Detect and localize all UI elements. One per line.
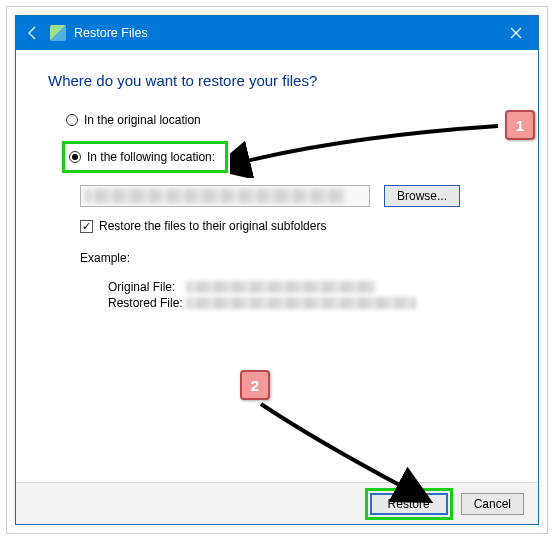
annotation-step-1: 1 — [505, 110, 535, 140]
example-grid: Original File: Restored File: — [108, 279, 506, 311]
option-following-label: In the following location: — [87, 150, 215, 164]
dialog-content: Where do you want to restore your files?… — [16, 50, 538, 482]
subfolders-option[interactable]: ✓ Restore the files to their original su… — [80, 219, 506, 233]
cancel-label: Cancel — [474, 497, 511, 511]
subfolders-label: Restore the files to their original subf… — [99, 219, 326, 233]
path-row: Browse... — [80, 185, 506, 207]
radio-original[interactable] — [66, 114, 78, 126]
dialog-footer: Restore Cancel — [16, 482, 538, 524]
cancel-button[interactable]: Cancel — [461, 493, 524, 515]
highlight-restore-button: Restore — [365, 488, 453, 520]
option-following-location[interactable]: In the following location: — [67, 146, 219, 168]
browse-button[interactable]: Browse... — [384, 185, 460, 207]
subfolders-checkbox[interactable]: ✓ — [80, 220, 93, 233]
window-title: Restore Files — [74, 26, 148, 40]
example-original-label: Original File: — [108, 280, 186, 294]
option-original-location[interactable]: In the original location — [64, 109, 506, 131]
redacted-path — [85, 189, 345, 203]
example-restored-label: Restored File: — [108, 296, 186, 310]
close-button[interactable] — [493, 16, 538, 50]
close-icon — [510, 27, 522, 39]
browse-label: Browse... — [397, 189, 447, 203]
example-heading: Example: — [80, 251, 506, 265]
restore-files-icon — [50, 25, 66, 41]
redacted-original-file — [186, 281, 376, 293]
option-original-label: In the original location — [84, 113, 201, 127]
dialog-window: Restore Files Where do you want to resto… — [15, 15, 539, 525]
highlight-following-option: In the following location: — [62, 141, 228, 173]
restore-button[interactable]: Restore — [370, 493, 448, 515]
titlebar: Restore Files — [16, 16, 538, 50]
back-button[interactable] — [16, 16, 50, 50]
annotation-step-2: 2 — [240, 370, 270, 400]
restore-label: Restore — [388, 497, 430, 511]
back-arrow-icon — [25, 25, 41, 41]
restore-path-input[interactable] — [80, 185, 370, 207]
radio-following[interactable] — [69, 151, 81, 163]
page-heading: Where do you want to restore your files? — [48, 72, 506, 89]
redacted-restored-file — [186, 297, 416, 309]
